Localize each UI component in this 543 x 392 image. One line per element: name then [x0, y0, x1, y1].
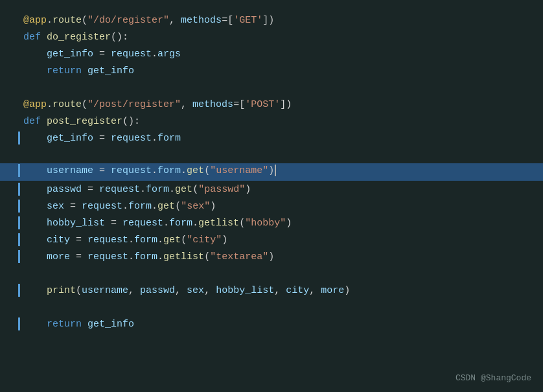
code-line: def do_register(): [0, 29, 543, 45]
token: ) [222, 235, 227, 246]
token: city [286, 285, 309, 296]
token: 'GET' [233, 15, 262, 26]
token: form [128, 201, 152, 212]
code-line: more = request.form.getlist("textarea") [0, 248, 543, 265]
token: args [157, 49, 181, 60]
token: . [47, 99, 52, 110]
token: ) [286, 99, 292, 110]
token: = [93, 133, 111, 144]
token: ) [245, 184, 251, 195]
line-content: print(username, passwd, sex, hobby_list,… [0, 284, 350, 297]
token: methods [181, 15, 222, 26]
line-content [0, 81, 23, 94]
token: ( [192, 184, 198, 195]
token: ) [268, 15, 274, 26]
token: . [163, 218, 169, 229]
token: . [181, 165, 187, 176]
token: ( [82, 15, 87, 26]
token: . [128, 235, 134, 246]
token: ( [76, 285, 82, 296]
token: passwd [140, 285, 175, 296]
token: route [52, 15, 82, 26]
line-content [0, 301, 23, 314]
token: . [47, 15, 52, 26]
token: (): [122, 116, 140, 127]
line-content: passwd = request.form.get("passwd") [0, 183, 251, 196]
token: route [52, 99, 82, 110]
token: = [105, 218, 122, 229]
token: . [169, 184, 175, 195]
token: . [192, 218, 198, 229]
token: get [187, 165, 204, 176]
line-content: @app.route("/do/register", methods=['GET… [0, 14, 274, 27]
code-line [0, 299, 543, 316]
token: @app [23, 99, 47, 110]
token: = [70, 251, 87, 262]
code-line: username = request.form.get("username") [0, 163, 543, 181]
token: getlist [198, 218, 239, 229]
token [41, 32, 47, 43]
code-editor: @app.route("/do/register", methods=['GET… [0, 0, 543, 392]
line-content: hobby_list = request.form.getlist("hobby… [0, 216, 292, 229]
code-line: def post_register(): [0, 113, 543, 130]
token: , [274, 285, 286, 296]
token: request [111, 133, 152, 144]
code-line [0, 79, 543, 96]
token: ( [175, 201, 181, 212]
token: passwd [47, 184, 82, 195]
line-content: return get_info [0, 64, 134, 77]
token: more [47, 251, 70, 262]
token: , [169, 15, 181, 26]
token: ] [262, 15, 268, 26]
token: = [93, 165, 111, 176]
line-content: sex = request.form.get("sex") [0, 200, 216, 213]
token [82, 319, 87, 330]
code-line: get_info = request.form [0, 130, 543, 146]
token: hobby_list [47, 218, 105, 229]
code-line: return get_info [0, 316, 543, 332]
token: ) [210, 201, 216, 212]
token: request [99, 184, 140, 195]
token: ( [181, 235, 187, 246]
token: . [152, 133, 157, 144]
token: = [222, 15, 227, 26]
token: get_info [87, 319, 134, 330]
token: [ [239, 99, 245, 110]
token: 'POST' [245, 99, 280, 110]
token: = [64, 201, 82, 212]
token: = [70, 235, 87, 246]
token: city [47, 235, 70, 246]
token: , [204, 285, 216, 296]
token: "/post/register" [87, 99, 181, 110]
token: ] [280, 99, 286, 110]
token: "city" [187, 235, 222, 246]
code-line: sex = request.form.get("sex") [0, 198, 543, 214]
token: . [152, 49, 157, 60]
token: . [128, 251, 134, 262]
code-line: print(username, passwd, sex, hobby_list,… [0, 282, 543, 299]
token: . [157, 235, 163, 246]
token [82, 65, 87, 76]
token: ) [286, 218, 292, 229]
token: get_info [47, 49, 93, 60]
token: "/do/register" [87, 15, 169, 26]
token: more [321, 285, 344, 296]
token: form [146, 184, 169, 195]
token: = [93, 49, 111, 60]
token: get_info [87, 65, 134, 76]
code-line: @app.route("/post/register", methods=['P… [0, 96, 543, 113]
line-content: more = request.form.getlist("textarea") [0, 250, 274, 263]
token: "textarea" [210, 251, 268, 262]
line-content: username = request.form.get("username") [0, 164, 276, 177]
token: [ [227, 15, 233, 26]
token: , [309, 285, 321, 296]
code-line: passwd = request.form.get("passwd") [0, 181, 543, 198]
cursor [275, 165, 276, 176]
token: get [175, 184, 192, 195]
token: request [82, 201, 122, 212]
token: , [175, 285, 187, 296]
token: request [87, 235, 128, 246]
token: ) [268, 165, 274, 176]
token: ( [82, 99, 87, 110]
token: get [157, 201, 175, 212]
